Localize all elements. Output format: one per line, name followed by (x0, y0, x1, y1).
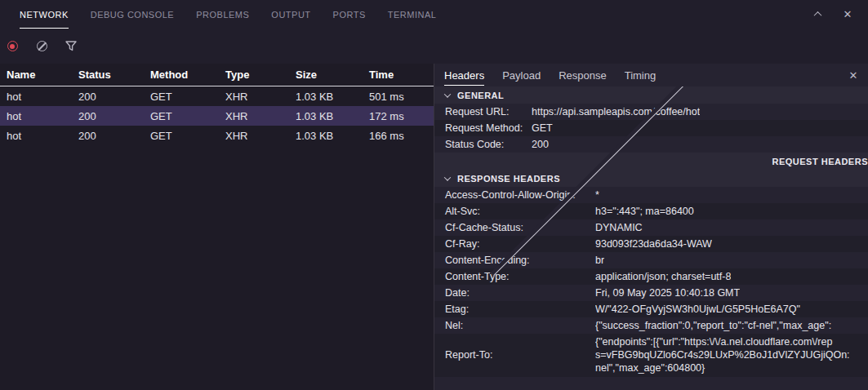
header-value: application/json; charset=utf-8 (595, 271, 731, 282)
chevron-down-icon (444, 91, 451, 97)
clear-icon (37, 41, 47, 51)
cell-type: XHR (225, 130, 296, 142)
section-title: GENERAL (457, 91, 504, 100)
header-key: Date: (445, 287, 595, 299)
tab-response[interactable]: Response (559, 65, 607, 86)
cell-method: GET (150, 130, 225, 142)
header-value: GET (532, 122, 553, 134)
header-value: https://api.sampleapis.com/coffee/hot (532, 106, 700, 117)
header-value: W/"422-OFgVyjSW3h0UjwL/G5P5HoE6A7Q" (595, 304, 800, 315)
header-value: br (595, 255, 604, 266)
chevron-up-icon (813, 11, 821, 20)
details-tab-bar: Headers Payload Response Timing ✕ (434, 64, 868, 86)
close-details-button[interactable]: ✕ (847, 69, 860, 82)
cell-method: GET (150, 91, 225, 103)
header-row: Report-To: {"endpoints":[{"url":"https:\… (434, 334, 868, 377)
section-request-headers-header[interactable]: REQUEST HEADERS (434, 153, 868, 170)
cell-time: 501 ms (369, 91, 434, 103)
header-key: Content-Type: (445, 271, 595, 282)
header-key: Status Code: (445, 139, 532, 150)
tab-ports[interactable]: PORTS (333, 0, 366, 29)
filter-button[interactable] (65, 40, 78, 53)
section-general-header[interactable]: GENERAL (434, 86, 868, 104)
column-header-method: Method (150, 69, 225, 81)
header-key: Content-Encoding: (445, 255, 595, 266)
record-icon (7, 41, 18, 51)
header-row: Request Method: GET (434, 120, 868, 136)
header-row: Content-Type: application/json; charset=… (434, 268, 868, 285)
panel-tab-bar: NETWORK DEBUG CONSOLE PROBLEMS OUTPUT PO… (0, 0, 868, 29)
header-value: {"endpoints":[{"url":"https:\/\/a.nel.cl… (595, 335, 850, 374)
header-row: Nel: {"success_fraction":0,"report_to":"… (434, 317, 868, 334)
cell-size: 1.03 KB (296, 130, 369, 142)
close-panel-button[interactable]: ✕ (841, 8, 854, 21)
header-row: Alt-Svc: h3=":443"; ma=86400 (434, 203, 868, 219)
panel-actions: ✕ (811, 0, 868, 29)
tab-debug-console[interactable]: DEBUG CONSOLE (91, 0, 174, 29)
tab-headers[interactable]: Headers (444, 65, 484, 86)
tab-problems[interactable]: PROBLEMS (196, 0, 249, 29)
header-row: Status Code: 200 (434, 136, 868, 153)
column-header-type: Type (225, 69, 296, 81)
record-button[interactable] (6, 40, 19, 53)
header-value: DYNAMIC (595, 222, 643, 233)
header-key: Cf-Cache-Status: (445, 222, 595, 233)
cell-method: GET (150, 110, 225, 122)
column-header-size: Size (296, 69, 369, 81)
filter-icon (65, 41, 77, 51)
network-panel: NETWORK DEBUG CONSOLE PROBLEMS OUTPUT PO… (0, 0, 868, 390)
headers-content: GENERAL Request URL: https://api.samplea… (434, 86, 868, 390)
column-header-status: Status (78, 69, 150, 81)
header-row: Etag: W/"422-OFgVyjSW3h0UjwL/G5P5HoE6A7Q… (434, 301, 868, 317)
cell-status: 200 (78, 130, 150, 142)
table-row[interactable]: hot 200 GET XHR 1.03 KB 501 ms (0, 86, 434, 106)
cell-name: hot (7, 91, 78, 103)
cell-name: hot (7, 130, 78, 142)
network-toolbar (0, 29, 868, 64)
tab-timing[interactable]: Timing (625, 65, 657, 86)
header-key: Nel: (445, 320, 595, 331)
panel-tabs: NETWORK DEBUG CONSOLE PROBLEMS OUTPUT PO… (0, 0, 436, 29)
header-row: Access-Control-Allow-Origin: * (434, 187, 868, 203)
chevron-down-icon (444, 174, 451, 180)
header-key: Etag: (445, 304, 595, 315)
section-response-headers-header[interactable]: RESPONSE HEADERS (434, 170, 868, 187)
request-details-pane: Headers Payload Response Timing ✕ GENERA… (434, 64, 868, 390)
header-row: Cf-Ray: 93d093f23da6da34-WAW (434, 236, 868, 252)
section-title: REQUEST HEADERS (772, 157, 868, 166)
cell-size: 1.03 KB (296, 110, 369, 122)
header-value: h3=":443"; ma=86400 (595, 206, 694, 217)
cell-type: XHR (225, 110, 296, 122)
header-value: * (595, 189, 599, 201)
header-key: Request URL: (445, 106, 532, 117)
header-key: Alt-Svc: (445, 206, 595, 217)
requests-table-header: Name Status Method Type Size Time (0, 64, 434, 86)
tab-payload[interactable]: Payload (502, 65, 541, 86)
close-icon: ✕ (844, 9, 852, 20)
cell-status: 200 (78, 110, 150, 122)
header-value: 93d093f23da6da34-WAW (595, 238, 712, 250)
maximize-panel-button[interactable] (811, 8, 824, 21)
network-content: Name Status Method Type Size Time hot 20… (0, 64, 868, 390)
tab-terminal[interactable]: TERMINAL (388, 0, 437, 29)
header-key: Request Method: (445, 122, 532, 134)
header-value: Fri, 09 May 2025 10:40:18 GMT (595, 287, 740, 299)
header-value: {"success_fraction":0,"report_to":"cf-ne… (595, 320, 831, 331)
section-title: RESPONSE HEADERS (457, 174, 560, 184)
cell-type: XHR (225, 91, 296, 103)
column-header-time: Time (369, 69, 434, 81)
header-value: 200 (532, 139, 549, 150)
close-icon: ✕ (849, 70, 858, 81)
clear-requests-button[interactable] (35, 40, 48, 53)
cell-size: 1.03 KB (296, 91, 369, 103)
column-header-name: Name (7, 69, 78, 81)
header-row: Date: Fri, 09 May 2025 10:40:18 GMT (434, 285, 868, 301)
cell-time: 172 ms (369, 110, 434, 122)
tab-network[interactable]: NETWORK (20, 0, 69, 29)
table-row-selected[interactable]: hot 200 GET XHR 1.03 KB 172 ms (0, 106, 434, 126)
section-response-headers-body: Access-Control-Allow-Origin: * Alt-Svc: … (434, 187, 868, 377)
table-row[interactable]: hot 200 GET XHR 1.03 KB 166 ms (0, 126, 434, 145)
tab-output[interactable]: OUTPUT (271, 0, 310, 29)
cell-time: 166 ms (369, 130, 434, 142)
cell-name: hot (7, 110, 78, 122)
